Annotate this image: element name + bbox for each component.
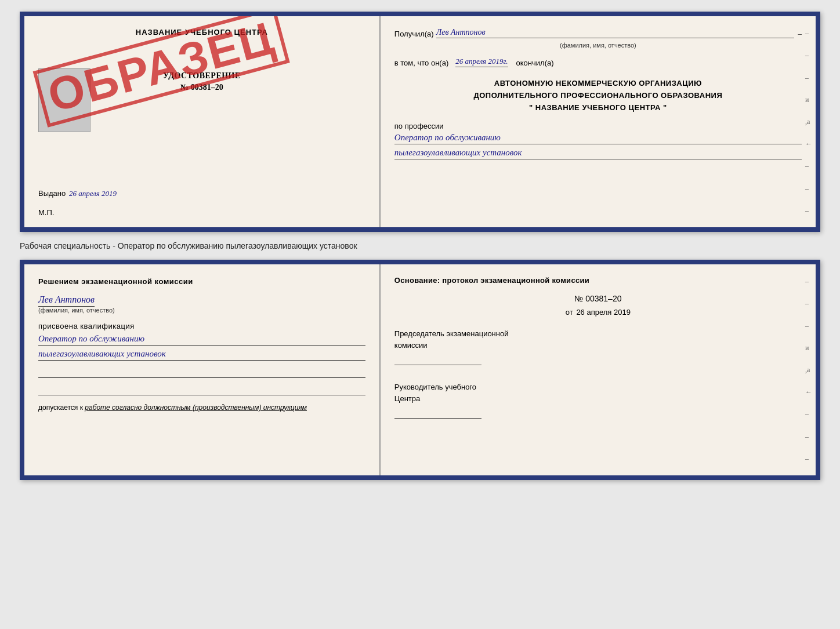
obrazets-stamp: ОБРАЗЕЦ <box>33 32 213 174</box>
org-block: АВТОНОМНУЮ НЕКОММЕРЧЕСКУЮ ОРГАНИЗАЦИЮ ДО… <box>394 78 802 114</box>
bottom-right-edge-marks: – – – и ,а ← – – – <box>805 264 812 475</box>
dopuskaetsya-value: работе согласно должностным (производств… <box>85 403 307 412</box>
bottom-cert-right: Основание: протокол экзаменационной коми… <box>381 264 816 475</box>
bottom-certificate: Решением экзаменационной комиссии Лев Ан… <box>20 260 820 480</box>
dopuskaetsya-block: допускается к работе согласно должностны… <box>38 403 365 412</box>
bc-name-value: Лев Антпонов <box>38 294 95 307</box>
bottom-cert-left: Решением экзаменационной комиссии Лев Ан… <box>24 264 381 475</box>
org-line2: ДОПОЛНИТЕЛЬНОГО ПРОФЕССИОНАЛЬНОГО ОБРАЗО… <box>394 90 802 102</box>
bc-date: от 26 апреля 2019 <box>394 308 802 317</box>
resheniem-label: Решением экзаменационной комиссии <box>38 276 365 288</box>
ot-prefix: от <box>566 308 573 317</box>
chairman-block: Председатель экзаменационной комиссии <box>394 328 802 365</box>
osnov-label: Основание: протокол экзаменационной коми… <box>394 276 802 285</box>
blank-line-1 <box>38 366 365 378</box>
rukovoditel-signature-line <box>394 418 481 419</box>
right-edge-marks: – – – и ,а ← – – – <box>805 16 812 227</box>
rukovoditel-line2: Центра <box>394 393 802 405</box>
bc-date-value: 26 апреля 2019 <box>576 308 631 317</box>
mp-label: М.П. <box>38 208 54 217</box>
bc-number: № 00381–20 <box>394 294 802 303</box>
qual-line1: Оператор по обслуживанию <box>38 334 365 346</box>
document-container: НАЗВАНИЕ УЧЕБНОГО ЦЕНТРА ОБРАЗЕЦ УДОСТОВ… <box>20 12 820 480</box>
poluchil-subtitle: (фамилия, имя, отчество) <box>394 42 802 49</box>
poluchil-value: Лев Антпонов <box>436 28 795 38</box>
top-cert-right: Получил(а) Лев Антпонов – (фамилия, имя,… <box>381 16 816 227</box>
rukovoditel-block: Руководитель учебного Центра <box>394 381 802 419</box>
dopuskaetsya-label: допускается к <box>38 403 83 412</box>
vtom-label: в том, что он(а) <box>394 59 448 67</box>
rukovoditel-line1: Руководитель учебного <box>394 381 802 393</box>
vtom-line: в том, что он(а) 26 апреля 2019г. окончи… <box>394 57 802 67</box>
org-line1: АВТОНОМНУЮ НЕКОММЕРЧЕСКУЮ ОРГАНИЗАЦИЮ <box>394 78 802 90</box>
vydano-date: 26 апреля 2019 <box>69 189 117 198</box>
dash1: – <box>798 29 802 38</box>
bc-name-subtitle: (фамилия, имя, отчество) <box>38 307 365 314</box>
vtom-date: 26 апреля 2019г. <box>455 57 508 67</box>
profession-line1: Оператор по обслуживанию <box>394 133 802 144</box>
top-certificate: НАЗВАНИЕ УЧЕБНОГО ЦЕНТРА ОБРАЗЕЦ УДОСТОВ… <box>20 12 820 232</box>
blank-line-2 <box>38 384 365 395</box>
vtom-section: в том, что он(а) 26 апреля 2019г. окончи… <box>394 57 802 67</box>
vydano-block: Выдано 26 апреля 2019 <box>38 189 117 198</box>
chairman-signature-line <box>394 365 481 365</box>
poluchil-label: Получил(а) <box>394 30 434 38</box>
qual-line2: пылегазоулавливающих установок <box>38 349 365 361</box>
po-professii-label: по профессии <box>394 122 802 130</box>
top-cert-left: НАЗВАНИЕ УЧЕБНОГО ЦЕНТРА ОБРАЗЕЦ УДОСТОВ… <box>24 16 381 227</box>
bc-name-block: Лев Антпонов (фамилия, имя, отчество) <box>38 292 365 314</box>
poluchil-line: Получил(а) Лев Антпонов – <box>394 28 802 38</box>
specialty-label: Рабочая специальность - Оператор по обсл… <box>20 239 820 253</box>
okonchil-label: окончил(а) <box>516 59 554 67</box>
org-line3: " НАЗВАНИЕ УЧЕБНОГО ЦЕНТРА " <box>394 102 802 114</box>
prisvoena-label: присвоена квалификация <box>38 322 365 330</box>
vydano-label: Выдано <box>38 189 66 198</box>
profession-line2: пылегазоулавливающих установок <box>394 148 802 159</box>
chairman-line2: комиссии <box>394 340 802 351</box>
chairman-line1: Председатель экзаменационной <box>394 328 802 340</box>
